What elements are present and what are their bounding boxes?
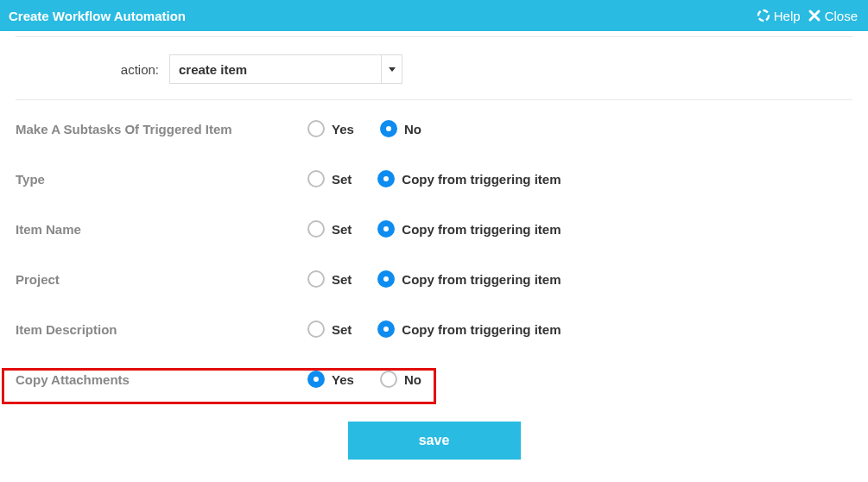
option-row-label: Item Name: [16, 222, 307, 237]
radio-option[interactable]: Copy from triggering item: [377, 220, 561, 238]
save-button[interactable]: save: [348, 422, 521, 460]
option-row: Copy AttachmentsYesNo: [16, 354, 852, 404]
close-label: Close: [825, 9, 858, 23]
radio-icon: [307, 371, 325, 388]
radio-icon: [307, 270, 325, 288]
radio-option[interactable]: Set: [307, 270, 352, 288]
save-row: save: [0, 404, 868, 460]
radio-icon: [380, 371, 397, 388]
content-area: action: create item Make A Subtasks Of T…: [0, 31, 868, 460]
radio-option[interactable]: No: [380, 120, 421, 137]
titlebar-actions: Help Close: [757, 9, 858, 23]
titlebar: Create Workflow Automation Help Close: [0, 0, 868, 31]
radio-option[interactable]: Yes: [307, 371, 354, 388]
option-row-label: Project: [16, 272, 307, 287]
radio-option[interactable]: Set: [307, 170, 352, 187]
radio-icon: [377, 220, 395, 238]
radio-icon: [307, 320, 325, 338]
radio-icon: [377, 270, 395, 288]
option-row-label: Copy Attachments: [16, 372, 307, 387]
action-dropdown[interactable]: create item: [169, 54, 402, 84]
radio-icon: [307, 120, 325, 137]
radio-group: SetCopy from triggering item: [307, 170, 561, 187]
help-link[interactable]: Help: [757, 9, 801, 23]
radio-icon: [307, 220, 325, 238]
radio-group: YesNo: [307, 120, 421, 137]
action-label: action:: [16, 62, 169, 77]
svg-point-0: [758, 10, 769, 21]
radio-label: Copy from triggering item: [402, 322, 561, 337]
help-label: Help: [774, 9, 801, 23]
option-row: Item NameSetCopy from triggering item: [16, 204, 852, 254]
help-icon: [757, 9, 770, 22]
close-icon: [808, 9, 821, 22]
radio-group: SetCopy from triggering item: [307, 270, 561, 288]
radio-label: Copy from triggering item: [402, 272, 561, 287]
action-row: action: create item: [0, 37, 868, 99]
radio-label: Yes: [332, 372, 354, 387]
radio-option[interactable]: No: [380, 371, 421, 388]
action-dropdown-value: create item: [170, 55, 381, 83]
radio-group: SetCopy from triggering item: [307, 220, 561, 238]
radio-label: No: [404, 372, 421, 387]
option-row-label: Make A Subtasks Of Triggered Item: [16, 122, 307, 136]
radio-option[interactable]: Copy from triggering item: [377, 170, 561, 187]
radio-icon: [380, 120, 397, 137]
radio-label: Set: [332, 272, 352, 287]
radio-icon: [377, 170, 395, 187]
radio-label: Set: [332, 322, 352, 337]
chevron-down-icon: [381, 55, 402, 83]
option-rows: Make A Subtasks Of Triggered ItemYesNoTy…: [0, 104, 868, 404]
radio-option[interactable]: Yes: [307, 120, 354, 137]
radio-icon: [307, 170, 325, 187]
radio-group: SetCopy from triggering item: [307, 320, 561, 338]
radio-label: Set: [332, 222, 352, 237]
option-row: Make A Subtasks Of Triggered ItemYesNo: [16, 104, 852, 154]
option-row: TypeSetCopy from triggering item: [16, 154, 852, 204]
titlebar-title: Create Workflow Automation: [9, 9, 186, 23]
section-divider: [16, 99, 852, 100]
radio-icon: [377, 320, 395, 338]
radio-label: Set: [332, 172, 352, 187]
option-row-label: Type: [16, 172, 307, 187]
radio-option[interactable]: Copy from triggering item: [377, 320, 561, 338]
radio-label: No: [404, 122, 421, 136]
radio-option[interactable]: Set: [307, 220, 352, 238]
radio-group: YesNo: [307, 371, 421, 388]
option-row-label: Item Description: [16, 322, 307, 337]
radio-label: Copy from triggering item: [402, 222, 561, 237]
radio-label: Yes: [332, 122, 354, 136]
option-row: Item DescriptionSetCopy from triggering …: [16, 304, 852, 354]
option-row: ProjectSetCopy from triggering item: [16, 254, 852, 304]
radio-label: Copy from triggering item: [402, 172, 561, 187]
radio-option[interactable]: Set: [307, 320, 352, 338]
radio-option[interactable]: Copy from triggering item: [377, 270, 561, 288]
close-link[interactable]: Close: [808, 9, 858, 23]
